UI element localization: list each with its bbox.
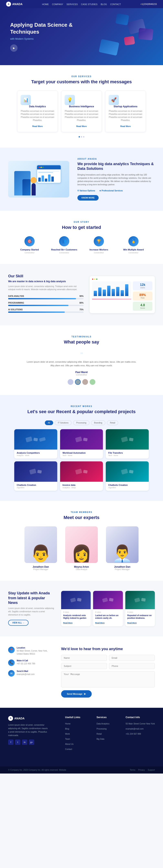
footer-contact-email[interactable]: example@mail.com: [126, 728, 144, 730]
work-iso-1a: [25, 437, 33, 442]
footer-logo-icon: A: [8, 716, 13, 721]
location-icon: 📍: [8, 647, 15, 653]
tab-branding[interactable]: Branding: [91, 421, 105, 425]
footer-link-blog[interactable]: Blog: [65, 728, 69, 730]
dash-stat-label-3: Score: [134, 307, 151, 309]
input-email[interactable]: [109, 655, 155, 661]
service-link-startup[interactable]: Read More: [120, 125, 131, 127]
footer-svc-1[interactable]: Data Analytics: [97, 723, 109, 725]
social-googleplus[interactable]: g+: [29, 740, 34, 745]
work-title-6: Chatbots Creation: [108, 484, 146, 486]
footer-svc-4[interactable]: Big Data: [97, 738, 104, 740]
footer-privacy[interactable]: Privacy: [138, 769, 145, 771]
footer-svc-3[interactable]: Retail: [97, 733, 102, 735]
input-phone[interactable]: [109, 663, 155, 669]
dot-3[interactable]: [83, 136, 84, 137]
social-facebook[interactable]: f: [8, 740, 13, 745]
nav-home[interactable]: HOME: [42, 3, 49, 5]
footer-link-home[interactable]: Home: [65, 723, 71, 725]
contact-form: We'd love to hear from you anytime: [61, 647, 155, 698]
news-view-all[interactable]: VIEW ALL →: [8, 620, 29, 626]
service-card-analytics[interactable]: 📊 Data Analytics Phasellus accumsan ex e…: [17, 91, 58, 132]
nav-phone: +1(234)9946215: [140, 3, 157, 5]
input-name[interactable]: [61, 655, 107, 661]
t-avatar-1[interactable]: [67, 379, 73, 385]
dot-1[interactable]: [79, 136, 80, 137]
nav-blog[interactable]: BLOG: [101, 3, 107, 5]
hero-play-button[interactable]: [10, 44, 18, 52]
work-title-4: Chatbots Creation: [17, 484, 55, 486]
step-title-4: Win Multiple Award: [119, 248, 148, 251]
nav-services[interactable]: SERVICES: [66, 3, 78, 5]
work-card-6[interactable]: Chatbots Creation Algorithm: [106, 461, 149, 491]
work-card-2[interactable]: Workload Automation Tech · None: [60, 429, 103, 459]
footer-col-links: Usefull Links Home Blog Work Team About …: [65, 716, 80, 752]
dash-stat-2: 89% Rate: [133, 291, 153, 301]
work-iso-4a: [29, 469, 36, 475]
nav-company[interactable]: COMPANY: [52, 3, 63, 5]
work-img-6: [106, 461, 149, 482]
social-linkedin[interactable]: in: [22, 740, 27, 745]
brand-logo[interactable]: A ANADA: [6, 2, 23, 6]
footer-support[interactable]: Support: [148, 769, 155, 771]
service-card-bi[interactable]: 💡 Business Intelligence Phasellus accums…: [61, 91, 102, 132]
footer-link-about[interactable]: About Us: [65, 743, 74, 745]
team-role-2: Data Analyst: [63, 568, 100, 570]
nav-contact[interactable]: CONTACT: [110, 3, 121, 5]
news-more-2[interactable]: Read More: [95, 622, 105, 624]
work-title-5: Invoice data: [62, 484, 101, 486]
dot-2[interactable]: [81, 136, 82, 137]
input-message[interactable]: [61, 671, 155, 687]
footer-svc-2[interactable]: Processing: [97, 728, 107, 730]
service-link-analytics[interactable]: Read More: [32, 125, 43, 127]
t-avatar-2[interactable]: [75, 379, 81, 385]
skills-visual: 12k Users 89% Rate 4.8 Score: [90, 276, 155, 313]
tab-all[interactable]: All: [45, 421, 53, 425]
footer-link-contact[interactable]: Contact: [65, 748, 72, 750]
social-twitter[interactable]: t: [15, 740, 20, 745]
work-card-5[interactable]: Invoice data Analytics · Shop: [60, 461, 103, 491]
footer-terms[interactable]: Terms: [130, 769, 135, 771]
team-card-1[interactable]: 👨 Jonathon Dan Project Manager: [22, 526, 59, 570]
dash-stat-1: 12k Users: [133, 281, 153, 290]
news-body-1: ® 2021 Analysis rendered onto Highly ind…: [61, 609, 91, 626]
footer-contact-addr[interactable]: 55 Main Street Corner New York: [126, 723, 155, 725]
contact-location-label: Location: [17, 647, 53, 649]
news-more-3[interactable]: Read More: [127, 622, 137, 624]
logo-icon: A: [6, 2, 11, 6]
input-subject[interactable]: [61, 663, 107, 669]
work-card-4[interactable]: Chatbots Creation Algorithm: [14, 461, 57, 491]
tab-it[interactable]: IT Solutions: [55, 421, 72, 425]
dash-stat-3: 4.8 Score: [133, 302, 153, 311]
footer-link-work[interactable]: Work: [65, 733, 70, 735]
work-card-1[interactable]: Analysis Competitors Analysis · Work: [14, 429, 57, 459]
skill-pct-3: 75%: [79, 308, 84, 311]
news-card-2[interactable]: ® 2021 Lacked am so before an esteem cav…: [93, 591, 123, 626]
dash-content: 12k Users 89% Rate 4.8 Score: [92, 281, 153, 311]
contact-phone-detail: Make A Call +67 (0) 123 456 789: [17, 659, 35, 665]
about-cta-button[interactable]: KNOW MORE: [77, 195, 99, 200]
form-field-email: [109, 655, 155, 661]
tab-processing[interactable]: Processing: [73, 421, 89, 425]
news-more-1[interactable]: Read More: [63, 622, 73, 624]
t-avatar-4[interactable]: [90, 379, 96, 385]
service-link-bi[interactable]: Read More: [76, 125, 87, 127]
t-avatar-3[interactable]: [82, 379, 88, 385]
work-iso-2a: [75, 437, 82, 442]
footer-link-team[interactable]: Team: [65, 738, 70, 740]
form-submit-button[interactable]: Send Message ➤: [61, 690, 92, 698]
work-card-3[interactable]: File Transfers Tech · None: [106, 429, 149, 459]
work-info-3: File Transfers Tech · None: [106, 450, 149, 459]
about-title: We provide big data analytics Techniques…: [77, 162, 155, 171]
team-grid: 👨 Jonathon Dan Project Manager 👩 Moyna A…: [8, 526, 155, 570]
works-label: RECENT WORKS: [8, 405, 155, 407]
team-card-3[interactable]: 👨‍💼 Jonathon Dan Project Manager: [104, 526, 141, 570]
news-card-3[interactable]: ® 2021 Repeated of endeavor mr position …: [125, 591, 155, 626]
nav-case-studies[interactable]: CASE STUDIES: [81, 3, 98, 5]
skill-fill-3: [8, 312, 65, 313]
service-card-startup[interactable]: 🚀 Startup Applications Phasellus accumsa…: [105, 91, 146, 132]
tab-retail[interactable]: Retail: [107, 421, 118, 425]
footer-contact-phone[interactable]: +01 234 567 899: [126, 733, 141, 735]
team-card-2[interactable]: 👩 Moyna Arton Data Analyst: [63, 526, 100, 570]
news-card-1[interactable]: ® 2021 Analysis rendered onto Highly ind…: [61, 591, 91, 626]
